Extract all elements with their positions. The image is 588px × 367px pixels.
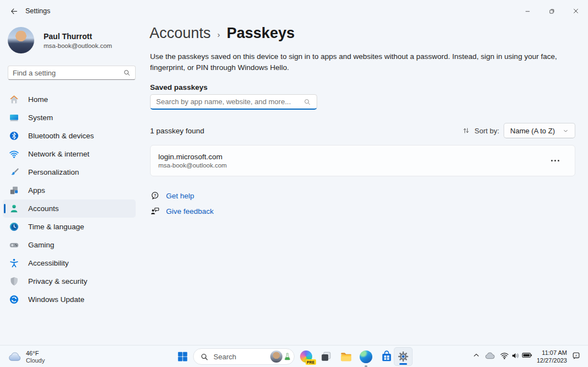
- file-explorer-button[interactable]: [339, 349, 353, 364]
- taskbar-clock[interactable]: 11:07 AM 12/27/2023: [528, 349, 567, 364]
- tray-chevron-up-button[interactable]: [472, 351, 480, 359]
- accounts-icon: [9, 203, 19, 214]
- windows-update-icon: [9, 294, 19, 305]
- sidebar-item-label: Accounts: [28, 204, 59, 213]
- passkey-account: msa-book@outlook.com: [158, 162, 227, 169]
- home-icon: [9, 94, 19, 105]
- sidebar-item-network-internet[interactable]: Network & internet: [3, 145, 136, 163]
- task-view-icon: [320, 350, 332, 363]
- sort-dropdown[interactable]: Name (A to Z): [504, 123, 575, 138]
- settings-taskbar-button[interactable]: [394, 347, 413, 366]
- volume-tray-button[interactable]: [511, 351, 520, 360]
- sidebar-item-label: Apps: [28, 186, 45, 195]
- file-explorer-icon: [340, 350, 352, 363]
- notifications-button[interactable]: z: [571, 351, 581, 360]
- search-highlight-image: [270, 350, 282, 363]
- get-help-link[interactable]: ? Get help: [150, 190, 213, 201]
- user-name: Paul Thurrott: [44, 32, 112, 41]
- chevron-down-icon: [563, 128, 569, 134]
- taskbar-search-placeholder: Search: [213, 353, 270, 361]
- result-count: 1 passkey found: [150, 127, 204, 135]
- passkey-site: login.microsoft.com: [158, 153, 227, 161]
- time-language-icon: [9, 222, 19, 232]
- close-button[interactable]: [564, 0, 588, 22]
- sort-icon: [462, 127, 470, 134]
- flask-icon: [284, 352, 291, 361]
- accessibility-icon: [9, 258, 19, 268]
- result-row: 1 passkey found Sort by: Name (A to Z): [150, 123, 575, 138]
- sidebar-item-label: Accessibility: [28, 259, 69, 267]
- breadcrumb-separator-icon: ›: [217, 30, 220, 39]
- user-profile[interactable]: Paul Thurrott msa-book@outlook.com: [8, 27, 112, 53]
- give-feedback-link[interactable]: Give feedback: [150, 206, 213, 217]
- search-icon: [303, 98, 311, 106]
- onedrive-tray-button[interactable]: [484, 351, 495, 360]
- get-help-icon: ?: [150, 191, 160, 201]
- svg-text:z: z: [575, 354, 577, 357]
- sidebar-item-label: Home: [28, 95, 48, 104]
- sidebar-item-home[interactable]: Home: [3, 90, 136, 109]
- close-icon: [573, 8, 579, 14]
- back-button[interactable]: [4, 2, 23, 20]
- window-title: Settings: [25, 7, 50, 15]
- sidebar-item-accessibility[interactable]: Accessibility: [3, 254, 136, 272]
- get-help-label: Get help: [166, 192, 194, 200]
- store-icon: [381, 350, 393, 363]
- speaker-icon: [511, 351, 520, 360]
- gaming-icon: [9, 240, 19, 250]
- svg-text:?: ?: [154, 193, 157, 198]
- passkey-row: login.microsoft.com msa-book@outlook.com: [150, 145, 575, 176]
- sidebar-item-privacy-security[interactable]: Privacy & security: [3, 272, 136, 290]
- sidebar-item-label: System: [28, 114, 53, 122]
- wifi-tray-button[interactable]: [500, 351, 509, 360]
- weather-widget[interactable]: 46°F Cloudy: [4, 347, 48, 366]
- store-button[interactable]: [379, 349, 394, 364]
- edge-icon: [360, 350, 372, 363]
- breadcrumb-accounts[interactable]: Accounts: [149, 25, 211, 42]
- sidebar-nav: Home System Bluetooth & devices: [3, 90, 136, 309]
- minimize-button[interactable]: [515, 0, 539, 22]
- windows-logo-icon: [177, 350, 189, 363]
- titlebar: Settings: [0, 0, 588, 22]
- breadcrumb: Accounts › Passkeys: [149, 25, 295, 42]
- sidebar-item-accounts[interactable]: Accounts: [3, 199, 136, 218]
- sidebar-item-label: Gaming: [28, 241, 54, 249]
- apps-icon: [9, 185, 19, 196]
- passkey-search-input[interactable]: [156, 98, 303, 106]
- personalization-icon: [9, 167, 19, 177]
- sidebar-item-windows-update[interactable]: Windows Update: [3, 290, 136, 309]
- sidebar-item-label: Bluetooth & devices: [28, 132, 94, 140]
- page-description: Use the passkeys saved on this device to…: [150, 51, 576, 73]
- sidebar-item-system[interactable]: System: [3, 109, 136, 127]
- taskbar: 46°F Cloudy Search PRE: [0, 345, 588, 367]
- sidebar-item-bluetooth-devices[interactable]: Bluetooth & devices: [3, 127, 136, 145]
- sidebar-item-apps[interactable]: Apps: [3, 181, 136, 199]
- system-icon: [9, 112, 19, 123]
- edge-button[interactable]: [359, 349, 373, 364]
- search-icon: [200, 353, 209, 361]
- more-options-button[interactable]: [549, 156, 562, 165]
- sort-group: Sort by: Name (A to Z): [462, 123, 575, 138]
- feedback-icon: [150, 206, 160, 216]
- sidebar-item-gaming[interactable]: Gaming: [3, 236, 136, 254]
- restore-icon: [549, 8, 555, 14]
- clock-time: 11:07 AM: [528, 349, 567, 357]
- restore-button[interactable]: [539, 0, 564, 22]
- main-content: Accounts › Passkeys Use the passkeys sav…: [149, 22, 575, 345]
- sidebar-item-label: Time & language: [28, 223, 84, 231]
- wifi-icon: [500, 351, 509, 360]
- sidebar-item-time-language[interactable]: Time & language: [3, 218, 136, 236]
- find-a-setting-input[interactable]: [13, 69, 123, 77]
- sidebar: Paul Thurrott msa-book@outlook.com Home: [0, 22, 143, 345]
- bluetooth-icon: [9, 131, 19, 141]
- task-view-button[interactable]: [319, 349, 333, 364]
- sidebar-item-personalization[interactable]: Personalization: [3, 163, 136, 181]
- minimize-icon: [525, 8, 531, 14]
- sidebar-item-label: Windows Update: [28, 295, 84, 304]
- network-icon: [9, 149, 19, 159]
- copilot-pre-badge: PRE: [306, 359, 316, 365]
- copilot-button[interactable]: PRE: [299, 349, 313, 364]
- notification-bell-icon: z: [571, 351, 581, 360]
- taskbar-search[interactable]: Search: [193, 348, 295, 365]
- start-button[interactable]: [175, 349, 190, 364]
